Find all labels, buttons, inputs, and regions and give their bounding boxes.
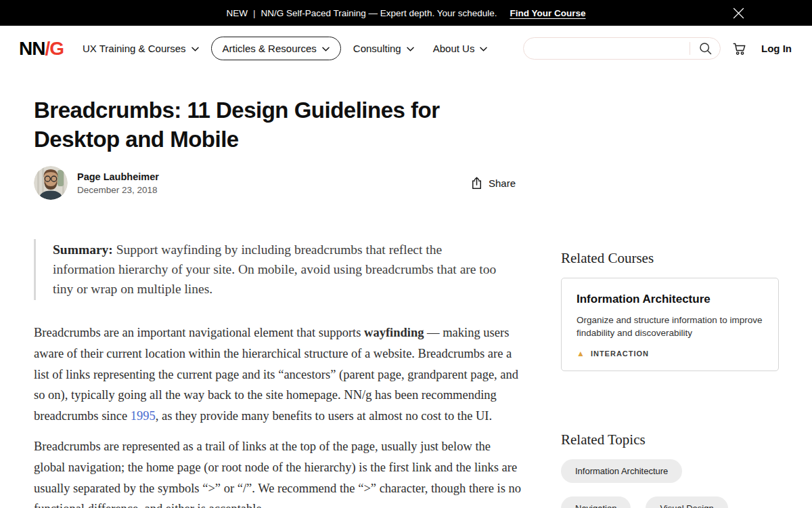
share-icon [471, 177, 482, 190]
nav-item-articles-resources[interactable]: Articles & Resources [211, 37, 341, 60]
author-meta: Page Laubheimer December 23, 2018 [77, 171, 159, 195]
share-button[interactable]: Share [471, 177, 522, 190]
logo-text-slash-g: /G [45, 38, 64, 60]
banner-separator: | [253, 8, 256, 18]
topic-pill-information-architecture[interactable]: Information Architecture [561, 459, 682, 483]
course-card-description: Organize and structure information to im… [577, 314, 763, 339]
banner-new-label: NEW [227, 8, 248, 18]
related-topics-title: Related Topics [561, 431, 779, 448]
chevron-down-icon [191, 47, 199, 51]
nav-item-label: Consulting [353, 43, 401, 54]
banner-message: NN/G Self-Paced Training — Expert depth.… [261, 8, 497, 18]
promo-banner: NEW | NN/G Self-Paced Training — Expert … [0, 0, 812, 26]
nng-logo[interactable]: NN/G [19, 38, 64, 60]
article-date: December 23, 2018 [77, 185, 159, 195]
main-nav: NN/G UX Training & Courses Articles & Re… [0, 26, 812, 71]
paragraph-1-text: , as they provide many benefits to users… [156, 409, 492, 423]
nav-item-about-us[interactable]: About Us [424, 37, 497, 60]
course-tag-label: INTERACTION [591, 350, 649, 358]
topic-pill-visual-design[interactable]: Visual Design [646, 496, 727, 508]
logo-text-nn: NN [19, 38, 45, 60]
nav-item-label: About Us [433, 43, 475, 54]
cart-icon[interactable] [732, 42, 746, 56]
nav-item-label: UX Training & Courses [83, 43, 186, 54]
related-courses-title: Related Courses [561, 249, 779, 267]
course-card[interactable]: Information Architecture Organize and st… [561, 278, 779, 371]
author-avatar[interactable] [34, 166, 68, 200]
chevron-down-icon [322, 47, 330, 51]
topic-pill-navigation[interactable]: Navigation [561, 496, 631, 508]
login-link[interactable]: Log In [761, 43, 792, 54]
nav-menu: UX Training & Courses Articles & Resourc… [73, 37, 497, 60]
chevron-down-icon [480, 47, 487, 51]
triangle-icon: ▲ [577, 350, 585, 358]
course-card-title: Information Architecture [577, 293, 763, 306]
nav-item-ux-training-courses[interactable]: UX Training & Courses [73, 37, 208, 60]
summary-callout: Summary: Support wayfinding by including… [34, 239, 508, 300]
paragraph-2: Breadcrumbs are represented as a trail o… [34, 436, 522, 508]
author-name-link[interactable]: Page Laubheimer [77, 171, 159, 182]
search-icon[interactable] [690, 38, 720, 59]
page: NEW | NN/G Self-Paced Training — Expert … [0, 0, 812, 508]
paragraph-1-bold-term: wayfinding [364, 326, 424, 339]
promo-banner-text: NEW | NN/G Self-Paced Training — Expert … [227, 8, 586, 18]
banner-cta-link[interactable]: Find Your Course [510, 8, 585, 18]
search-bar [523, 37, 721, 60]
author-row: Page Laubheimer December 23, 2018 Share [34, 166, 522, 200]
share-label: Share [489, 177, 516, 189]
paragraph-1-text: Breadcrumbs are an important navigationa… [34, 326, 364, 339]
paragraph-1: Breadcrumbs are an important navigationa… [34, 322, 522, 426]
article-title: Breadcrumbs: 11 Design Guidelines for De… [34, 96, 522, 154]
search-input[interactable] [524, 38, 690, 59]
paragraph-1-text: — making users aware of their current lo… [34, 326, 518, 422]
nav-item-label: Articles & Resources [223, 43, 317, 54]
chevron-down-icon [407, 47, 414, 51]
nav-right-group: Log In [523, 37, 792, 60]
sidebar: Related Courses Information Architecture… [561, 249, 779, 508]
banner-close-icon[interactable] [728, 3, 748, 23]
topics-list: Information Architecture Navigation Visu… [561, 459, 764, 508]
link-1995[interactable]: 1995 [131, 409, 156, 423]
nav-item-consulting[interactable]: Consulting [344, 37, 424, 60]
summary-text: Support wayfinding by including breadcru… [53, 242, 496, 296]
course-card-tag: ▲ INTERACTION [577, 350, 763, 358]
summary-label: Summary: [53, 242, 113, 257]
article: Breadcrumbs: 11 Design Guidelines for De… [34, 96, 522, 508]
